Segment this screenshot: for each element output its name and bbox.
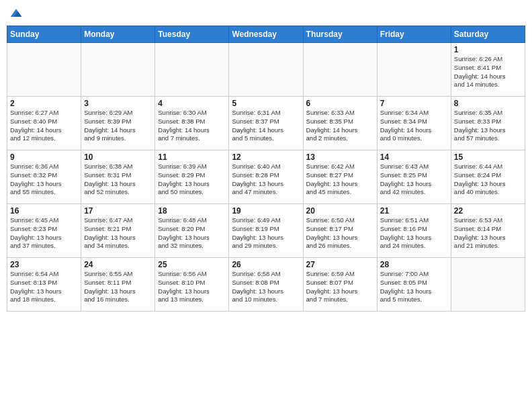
calendar-week-row: 2Sunrise: 6:27 AM Sunset: 8:40 PM Daylig…: [7, 97, 525, 150]
day-info: Sunrise: 6:26 AM Sunset: 8:41 PM Dayligh…: [454, 55, 522, 89]
day-info: Sunrise: 6:51 AM Sunset: 8:16 PM Dayligh…: [380, 216, 448, 250]
calendar-cell: 1Sunrise: 6:26 AM Sunset: 8:41 PM Daylig…: [451, 43, 525, 97]
day-number: 20: [306, 206, 374, 216]
calendar-cell: 26Sunrise: 6:58 AM Sunset: 8:08 PM Dayli…: [229, 258, 303, 312]
calendar-cell: [451, 258, 525, 312]
day-number: 21: [380, 206, 448, 216]
day-number: 3: [84, 99, 152, 108]
day-number: 19: [232, 206, 300, 216]
day-number: 12: [232, 152, 300, 162]
day-number: 24: [84, 260, 152, 269]
calendar-week-row: 1Sunrise: 6:26 AM Sunset: 8:41 PM Daylig…: [7, 43, 525, 97]
day-info: Sunrise: 6:33 AM Sunset: 8:35 PM Dayligh…: [306, 109, 374, 143]
calendar-cell: [229, 43, 303, 97]
day-info: Sunrise: 6:40 AM Sunset: 8:28 PM Dayligh…: [232, 163, 300, 197]
calendar-cell: 2Sunrise: 6:27 AM Sunset: 8:40 PM Daylig…: [7, 97, 81, 150]
day-number: 17: [84, 206, 152, 216]
calendar-cell: 9Sunrise: 6:36 AM Sunset: 8:32 PM Daylig…: [7, 150, 81, 204]
day-info: Sunrise: 6:55 AM Sunset: 8:11 PM Dayligh…: [84, 270, 152, 304]
day-info: Sunrise: 6:54 AM Sunset: 8:13 PM Dayligh…: [10, 270, 78, 304]
day-info: Sunrise: 6:31 AM Sunset: 8:37 PM Dayligh…: [232, 109, 300, 143]
day-number: 23: [10, 260, 78, 269]
day-info: Sunrise: 7:00 AM Sunset: 8:05 PM Dayligh…: [380, 270, 448, 304]
calendar-week-row: 9Sunrise: 6:36 AM Sunset: 8:32 PM Daylig…: [7, 150, 525, 204]
calendar-weekday-monday: Monday: [81, 26, 155, 43]
day-number: 1: [454, 45, 522, 54]
calendar-cell: 18Sunrise: 6:48 AM Sunset: 8:20 PM Dayli…: [155, 204, 229, 258]
header: [7, 7, 525, 20]
day-info: Sunrise: 6:50 AM Sunset: 8:17 PM Dayligh…: [306, 216, 374, 250]
page: SundayMondayTuesdayWednesdayThursdayFrid…: [0, 0, 532, 411]
day-number: 8: [454, 99, 522, 108]
calendar-week-row: 16Sunrise: 6:45 AM Sunset: 8:23 PM Dayli…: [7, 204, 525, 258]
calendar-cell: 8Sunrise: 6:35 AM Sunset: 8:33 PM Daylig…: [451, 97, 525, 150]
calendar-weekday-sunday: Sunday: [7, 26, 81, 43]
calendar-cell: 24Sunrise: 6:55 AM Sunset: 8:11 PM Dayli…: [81, 258, 155, 312]
calendar-cell: 19Sunrise: 6:49 AM Sunset: 8:19 PM Dayli…: [229, 204, 303, 258]
day-number: 4: [158, 99, 226, 108]
calendar-cell: 15Sunrise: 6:44 AM Sunset: 8:24 PM Dayli…: [451, 150, 525, 204]
day-info: Sunrise: 6:49 AM Sunset: 8:19 PM Dayligh…: [232, 216, 300, 250]
day-info: Sunrise: 6:59 AM Sunset: 8:07 PM Dayligh…: [306, 270, 374, 304]
day-info: Sunrise: 6:34 AM Sunset: 8:34 PM Dayligh…: [380, 109, 448, 143]
calendar-header-row: SundayMondayTuesdayWednesdayThursdayFrid…: [7, 26, 525, 43]
calendar: SundayMondayTuesdayWednesdayThursdayFrid…: [7, 26, 525, 312]
day-info: Sunrise: 6:38 AM Sunset: 8:31 PM Dayligh…: [84, 163, 152, 197]
calendar-cell: 27Sunrise: 6:59 AM Sunset: 8:07 PM Dayli…: [303, 258, 377, 312]
day-info: Sunrise: 6:44 AM Sunset: 8:24 PM Dayligh…: [454, 163, 522, 197]
day-info: Sunrise: 6:27 AM Sunset: 8:40 PM Dayligh…: [10, 109, 78, 143]
calendar-cell: 25Sunrise: 6:56 AM Sunset: 8:10 PM Dayli…: [155, 258, 229, 312]
day-number: 13: [306, 152, 374, 162]
calendar-cell: [81, 43, 155, 97]
calendar-cell: [7, 43, 81, 97]
day-info: Sunrise: 6:48 AM Sunset: 8:20 PM Dayligh…: [158, 216, 226, 250]
calendar-cell: 16Sunrise: 6:45 AM Sunset: 8:23 PM Dayli…: [7, 204, 81, 258]
calendar-cell: 28Sunrise: 7:00 AM Sunset: 8:05 PM Dayli…: [377, 258, 451, 312]
calendar-cell: 12Sunrise: 6:40 AM Sunset: 8:28 PM Dayli…: [229, 150, 303, 204]
day-info: Sunrise: 6:30 AM Sunset: 8:38 PM Dayligh…: [158, 109, 226, 143]
day-number: 15: [454, 152, 522, 162]
day-info: Sunrise: 6:35 AM Sunset: 8:33 PM Dayligh…: [454, 109, 522, 143]
day-number: 5: [232, 99, 300, 108]
day-info: Sunrise: 6:53 AM Sunset: 8:14 PM Dayligh…: [454, 216, 522, 250]
day-number: 10: [84, 152, 152, 162]
day-info: Sunrise: 6:29 AM Sunset: 8:39 PM Dayligh…: [84, 109, 152, 143]
logo-icon: [9, 7, 23, 20]
calendar-cell: 11Sunrise: 6:39 AM Sunset: 8:29 PM Dayli…: [155, 150, 229, 204]
day-info: Sunrise: 6:56 AM Sunset: 8:10 PM Dayligh…: [158, 270, 226, 304]
day-number: 25: [158, 260, 226, 269]
calendar-cell: 4Sunrise: 6:30 AM Sunset: 8:38 PM Daylig…: [155, 97, 229, 150]
day-number: 11: [158, 152, 226, 162]
day-number: 28: [380, 260, 448, 269]
calendar-cell: 23Sunrise: 6:54 AM Sunset: 8:13 PM Dayli…: [7, 258, 81, 312]
day-info: Sunrise: 6:39 AM Sunset: 8:29 PM Dayligh…: [158, 163, 226, 197]
day-number: 27: [306, 260, 374, 269]
calendar-cell: 14Sunrise: 6:43 AM Sunset: 8:25 PM Dayli…: [377, 150, 451, 204]
day-info: Sunrise: 6:43 AM Sunset: 8:25 PM Dayligh…: [380, 163, 448, 197]
calendar-cell: 22Sunrise: 6:53 AM Sunset: 8:14 PM Dayli…: [451, 204, 525, 258]
calendar-cell: [303, 43, 377, 97]
calendar-cell: 21Sunrise: 6:51 AM Sunset: 8:16 PM Dayli…: [377, 204, 451, 258]
calendar-cell: 3Sunrise: 6:29 AM Sunset: 8:39 PM Daylig…: [81, 97, 155, 150]
calendar-cell: [155, 43, 229, 97]
calendar-weekday-thursday: Thursday: [303, 26, 377, 43]
day-info: Sunrise: 6:36 AM Sunset: 8:32 PM Dayligh…: [10, 163, 78, 197]
calendar-weekday-tuesday: Tuesday: [155, 26, 229, 43]
calendar-cell: 13Sunrise: 6:42 AM Sunset: 8:27 PM Dayli…: [303, 150, 377, 204]
calendar-cell: 6Sunrise: 6:33 AM Sunset: 8:35 PM Daylig…: [303, 97, 377, 150]
day-info: Sunrise: 6:45 AM Sunset: 8:23 PM Dayligh…: [10, 216, 78, 250]
day-info: Sunrise: 6:58 AM Sunset: 8:08 PM Dayligh…: [232, 270, 300, 304]
day-number: 26: [232, 260, 300, 269]
calendar-weekday-wednesday: Wednesday: [229, 26, 303, 43]
day-number: 16: [10, 206, 78, 216]
day-number: 6: [306, 99, 374, 108]
day-number: 14: [380, 152, 448, 162]
calendar-weekday-friday: Friday: [377, 26, 451, 43]
calendar-cell: 10Sunrise: 6:38 AM Sunset: 8:31 PM Dayli…: [81, 150, 155, 204]
calendar-cell: 7Sunrise: 6:34 AM Sunset: 8:34 PM Daylig…: [377, 97, 451, 150]
calendar-cell: 17Sunrise: 6:47 AM Sunset: 8:21 PM Dayli…: [81, 204, 155, 258]
calendar-cell: [377, 43, 451, 97]
day-number: 22: [454, 206, 522, 216]
day-number: 9: [10, 152, 78, 162]
day-number: 7: [380, 99, 448, 108]
